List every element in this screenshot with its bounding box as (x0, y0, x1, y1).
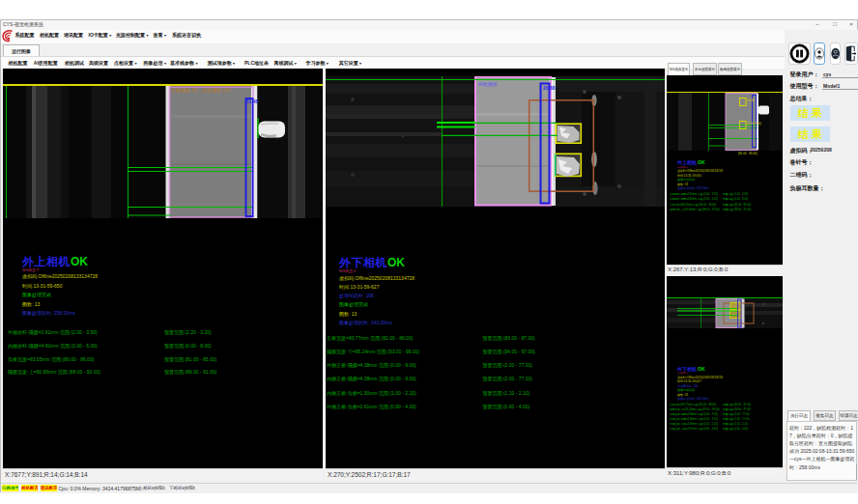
menu-item-comm-config[interactable]: 通讯配置 (64, 32, 83, 38)
menu-item-language[interactable]: 系统语言切换 (172, 32, 201, 38)
title-bar: CYS-视觉检测系统 – □ × (1, 20, 857, 30)
cpu-memory-text: Cpu: 0.0% Memory: 3424.41796875M (59, 486, 141, 491)
log-scrollbar[interactable] (856, 464, 858, 480)
tab-collect-log[interactable]: 收集日志 (814, 410, 836, 421)
toolbar-learn-params[interactable]: 学习参数 ▾ (305, 60, 328, 66)
turn-count: 圈数: 13 (22, 301, 40, 307)
process-cost: 图像处理耗时: 258.00ms (22, 310, 75, 316)
badge-button[interactable] (830, 42, 842, 65)
middle-camera-view: AI检测框 20.88 外下相机OK NG状态:0 虚拟码:Offline202… (326, 69, 665, 480)
upper-camera-result-link[interactable]: 上相机s拍照结果 (139, 486, 165, 490)
pin-number-label: 卷针号： (790, 158, 814, 167)
process-done: 图像处理完成 (339, 301, 368, 307)
left-camera-image (3, 86, 323, 218)
minimize-icon[interactable]: – (813, 20, 822, 29)
tab-ng-display[interactable]: NG成像显示 (668, 63, 690, 75)
measure-row: 内侧正极-隔膜=4.38mm 范围:(0.00 - 9.00) (327, 376, 416, 381)
measure-row: 正极宽度=83.77mm 范围:(82.00 - 88.00) (327, 335, 413, 341)
toolbar-item-label: 点检设置 (114, 60, 133, 66)
tab-error-log[interactable]: 错误日志 (839, 410, 858, 421)
toolbar-spot-check[interactable]: 点检设置 ▾ (114, 60, 136, 66)
middle-camera-canvas[interactable]: AI检测框 20.88 外下相机OK NG状态:0 虚拟码:Offline202… (326, 69, 665, 468)
virtual-code: 虚拟码:Offline20250208133134728 (677, 169, 723, 173)
menu-item-label: 系统语言切换 (172, 32, 201, 38)
tab-all-frames[interactable]: 所有画面展示 (693, 63, 717, 75)
turn-count: 圈数: 13 (339, 311, 357, 317)
menu-item-light-config[interactable]: 光源控制配置 ▾ (116, 32, 148, 38)
pause-icon (789, 43, 810, 64)
warn-row: 预警范围:(0.00 - 8.00) (723, 197, 748, 201)
mini-view-2[interactable]: 外下相机OK NG状态:0 虚拟码:Offline202502081331347… (667, 276, 783, 467)
menu-item-io-config[interactable]: IO卡配置 ▾ (89, 32, 112, 38)
camera-status: 相机断开 (21, 485, 38, 491)
menu-item-label: 系统配置 (15, 32, 35, 38)
left-camera-canvas[interactable]: 灰度阈值:93，动态阈值:100 53.48 外上相机OK NG状态:T 虚拟码… (3, 69, 323, 468)
toolbar-ai-config[interactable]: AI使用配置 (34, 60, 58, 66)
middle-camera-image (326, 76, 665, 207)
toolbar-offline-debug[interactable]: 离线调试 ▾ (273, 60, 296, 66)
process-done: 图像处理完成 (22, 292, 51, 297)
menu-item-camera-config[interactable]: 相机配置 (40, 32, 59, 38)
middle-view-statusbar: X:270;Y:2502;R:17;G:17;B:17 (326, 468, 665, 480)
toolbar-other-settings[interactable]: 其它设置 ▾ (339, 60, 361, 66)
warn-row: 预警范围:(2.00 - 77.00) (723, 412, 750, 416)
toolbar-advanced[interactable]: 高级设置 (89, 60, 108, 66)
virtual-code: 虚拟码:Offline20250208133134728 (677, 376, 723, 379)
toolbar-camera-debug[interactable]: 相机调试 (65, 60, 84, 66)
threshold-label: 灰度阈值:93，动态阈值:100 (171, 87, 231, 93)
camera-title: 外上相机OK (677, 159, 705, 165)
toolbar-item-label: AI使用配置 (34, 60, 58, 66)
measure-row: 正极宽度=83.77mm 范围:(82.00 - 88.00) (670, 403, 716, 406)
chevron-down-icon: ▾ (146, 33, 148, 38)
result-box-2: 结 果 (790, 126, 830, 142)
toolbar-image-proc[interactable]: 图像处理 ▾ (144, 60, 166, 66)
mini2-camera-image (667, 298, 783, 328)
log-area[interactable]: 耗时：222，缺陷检测耗时：17，缺陷分类耗时：0，缺陷提取分区耗时：直方图提取… (786, 421, 857, 481)
tab-exec-log[interactable]: 执行日志 (787, 410, 811, 421)
maximize-icon[interactable]: □ (830, 20, 840, 29)
toolbar-baseline[interactable]: 基准线参数 ▾ (170, 60, 197, 66)
measure-row: 外侧正极-负极=2.61mm 范围:(0.60 - 4.00) (670, 427, 718, 431)
warn-row: 预警范围:(89.00 - 91.00) (164, 369, 216, 375)
warn-row: 预警范围:(2.00 - 77.00) (723, 417, 750, 421)
tab-run-image[interactable]: 运行图像 (3, 44, 40, 57)
close-icon[interactable]: × (846, 20, 856, 29)
pause-button[interactable] (788, 42, 811, 65)
warn-row: 预警范围:(83.00 - 87.00) (483, 335, 535, 341)
measure-row: 隔膜宽度-上=90.56mm 范围:(88.00 - 92.00) (8, 369, 100, 375)
exit-button[interactable] (844, 42, 858, 65)
mini-panel: NG成像显示 所有画面展示 数据画面展示 (667, 63, 783, 499)
menu-item-system-config[interactable]: 系统配置 (15, 32, 35, 38)
process-done: 图像处理完成 (677, 388, 695, 392)
right-panel: 登录用户： cys 使用型号： Model1 总结果： 结 果 结 果 虚拟码：… (785, 30, 858, 492)
chevron-down-icon: ▾ (359, 61, 361, 66)
left-camera-view: 灰度阈值:93，动态阈值:100 53.48 外上相机OK NG状态:T 虚拟码… (3, 69, 323, 480)
measure-row: 内侧余料-隔膜=4.60mm 范围:(3.00 - 6.00) (8, 343, 98, 349)
mini-measure-label: (2.20-3.20) (747, 122, 761, 126)
lower-camera-result-link[interactable]: 下相机s拍照结果 (169, 486, 195, 490)
toolbar-camera-config[interactable]: 相机配置 (9, 60, 28, 66)
result-ok: OK (387, 256, 405, 269)
toolbar-plc-table[interactable]: PLC地址表 (244, 60, 269, 66)
menu-bar: 系统配置 相机配置 通讯配置 IO卡配置 ▾ 光源控制配置 ▾ 查看 ▾ 系统语… (1, 30, 857, 43)
warn-row: 预警范围:(81.00 - 85.00) (164, 356, 216, 362)
warn-row: 预警范围:(94.00 - 97.00) (483, 349, 535, 354)
user-button[interactable] (814, 42, 825, 65)
result-ok: OK (698, 366, 705, 372)
toolbar-test-params[interactable]: 测试项参数 ▾ (208, 60, 235, 66)
camera-title: 外下相机OK (677, 366, 705, 372)
turn-count: 圈数: 13 (677, 182, 688, 186)
menu-item-label: 查看 (154, 32, 163, 38)
tab-data-frames[interactable]: 数据画面展示 (718, 63, 742, 75)
chevron-down-icon: ▾ (164, 61, 166, 66)
mini1-camera-image (667, 93, 783, 151)
mini-measure-label: (81.00 - 85.00) (738, 152, 758, 155)
warn-row: 预警范围:(2.20 - 3.20) (723, 192, 748, 196)
capture-time: 时间:13-31-59-650 (677, 174, 701, 178)
warn-row: 预警范围:(1.10 - 2.10) (723, 422, 748, 426)
ai-cost: 处理AI耗时: 166 (677, 384, 699, 388)
mini-view-1[interactable]: 53.48 (2.20-3.20) (81.00 - 85.00) 外上相机OK… (667, 75, 783, 265)
menu-item-view[interactable]: 查看 ▾ (154, 32, 166, 38)
menu-item-label: 相机配置 (40, 32, 59, 38)
process-done: 图像处理完成 (677, 178, 695, 182)
